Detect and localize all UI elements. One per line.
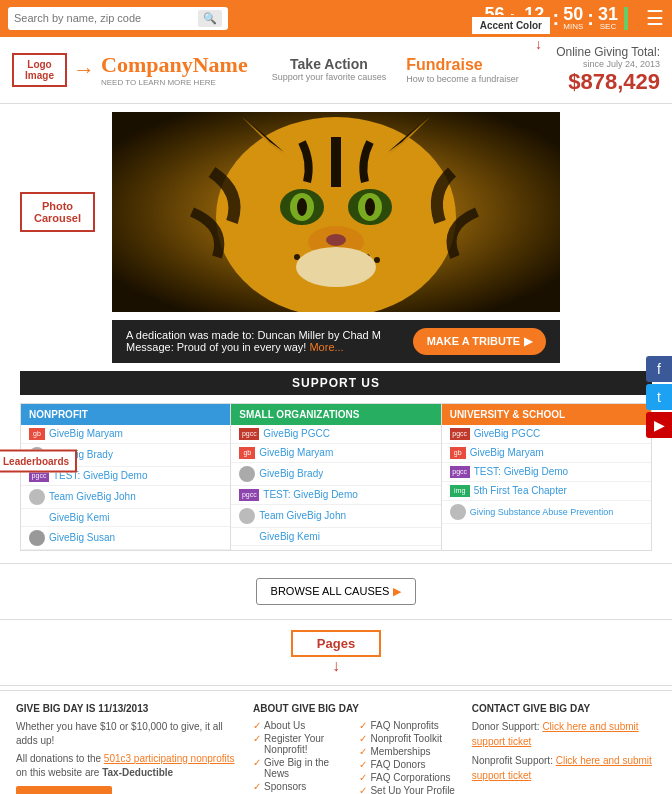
- lb-avatar: [239, 508, 255, 524]
- lb-link[interactable]: Giving Substance Abuse Prevention: [470, 507, 614, 517]
- list-item: GiveBig Kemi: [21, 509, 230, 527]
- leaderboard-columns: NONPROFIT gb GiveBig Maryam GiveBig Brad…: [20, 403, 652, 551]
- tribute-button[interactable]: MAKE A TRIBUTE ▶: [413, 328, 546, 355]
- lb-badge: img: [450, 485, 470, 497]
- lb-col-university: UNIVERSITY & SCHOOL pgcc GiveBig PGCC gb…: [442, 404, 651, 550]
- lb-link[interactable]: GiveBig Susan: [49, 532, 115, 543]
- about-link[interactable]: Sponsors: [264, 781, 306, 792]
- lb-badge: pgcc: [450, 428, 470, 440]
- company-sub: NEED TO LEARN MORE HERE: [101, 78, 248, 87]
- svg-point-11: [294, 254, 300, 260]
- about-link[interactable]: About Us: [264, 720, 305, 731]
- logo-arrow: →: [73, 57, 95, 83]
- faq-link[interactable]: FAQ Donors: [370, 759, 425, 770]
- lb-badge: gb: [450, 447, 466, 459]
- lb-badge: pgcc: [239, 489, 259, 501]
- dedication-more-link[interactable]: More...: [309, 341, 343, 353]
- company-name-block: CompanyName NEED TO LEARN MORE HERE: [101, 52, 248, 87]
- search-input[interactable]: [14, 12, 198, 24]
- faq-link[interactable]: Set Up Your Profile: [370, 785, 455, 794]
- faq-link[interactable]: Memberships: [370, 746, 430, 757]
- lb-avatar: [29, 489, 45, 505]
- lb-link[interactable]: GiveBig Maryam: [470, 447, 544, 458]
- youtube-button[interactable]: ▶: [646, 412, 672, 438]
- divider2: [0, 619, 672, 620]
- take-action-nav[interactable]: Take Action Support your favorite causes: [272, 56, 387, 84]
- lb-avatar: [29, 530, 45, 546]
- list-item: gb GiveBig Maryam: [231, 444, 440, 463]
- list-item: pgcc TEST: GiveBig Demo: [231, 486, 440, 505]
- lb-link[interactable]: GiveBig Brady: [259, 468, 323, 479]
- divider: [0, 563, 672, 564]
- lb-link[interactable]: TEST: GiveBig Demo: [474, 466, 568, 477]
- lb-link[interactable]: GiveBig Maryam: [259, 447, 333, 458]
- company-name: CompanyName: [101, 52, 248, 77]
- menu-icon[interactable]: ☰: [646, 6, 664, 30]
- about-link[interactable]: Register Your Nonprofit!: [264, 733, 349, 755]
- lb-header-university: UNIVERSITY & SCHOOL: [442, 404, 651, 425]
- search-button[interactable]: 🔍: [198, 10, 222, 27]
- nonprofit-support-link[interactable]: Click here and submit support ticket: [472, 755, 652, 781]
- lb-header-nonprofit: NONPROFIT: [21, 404, 230, 425]
- list-item: Team GiveBig John: [21, 486, 230, 509]
- list-item: pgcc GiveBig PGCC: [231, 425, 440, 444]
- divider3: [0, 685, 672, 686]
- lb-badge: gb: [29, 428, 45, 440]
- donate-button[interactable]: DONATE: [16, 786, 112, 794]
- header: 🔍 56 DAYS : 12 HOURS : 50 MINS : 31 SEC: [0, 0, 672, 37]
- lb-avatar: [450, 504, 466, 520]
- list-item: pgcc GiveBig PGCC: [442, 425, 651, 444]
- giving-total: Online Giving Total: since July 24, 2013…: [556, 45, 660, 95]
- carousel-container: [112, 112, 560, 312]
- dedication-bar: A dedication was made to: Duncan Miller …: [112, 320, 560, 363]
- faq-link[interactable]: FAQ Nonprofits: [370, 720, 438, 731]
- lb-badge: gb: [239, 447, 255, 459]
- support-section: Leaderboards SUPPORT US NONPROFIT gb Giv…: [0, 363, 672, 559]
- carousel-image[interactable]: [112, 112, 560, 312]
- lb-link[interactable]: GiveBig PGCC: [474, 428, 541, 439]
- lb-link[interactable]: 5th First Tea Chapter: [474, 485, 567, 496]
- accent-annotation: Accent Color ↓: [470, 15, 552, 52]
- logo-box: Logo Image: [12, 53, 67, 87]
- svg-point-14: [374, 257, 380, 263]
- lb-col-nonprofit: NONPROFIT gb GiveBig Maryam GiveBig Brad…: [21, 404, 231, 550]
- carousel-label: Photo Carousel: [20, 192, 95, 232]
- donor-support-link[interactable]: Click here and submit support ticket: [472, 721, 639, 747]
- lb-link[interactable]: Team GiveBig John: [259, 510, 346, 521]
- list-item: Team GiveBig John: [231, 505, 440, 528]
- fundraise-nav[interactable]: Fundraise How to become a fundraiser: [406, 56, 519, 84]
- list-item: GiveBig Susan: [21, 527, 230, 550]
- faq-link[interactable]: Nonprofit Toolkit: [370, 733, 442, 744]
- browse-causes-button[interactable]: BROWSE ALL CAUSES ▶: [256, 578, 417, 605]
- tiger-svg: [112, 112, 560, 312]
- nav-links: Take Action Support your favorite causes…: [272, 56, 519, 84]
- lb-link[interactable]: TEST: GiveBig Demo: [263, 489, 357, 500]
- support-us-bar: SUPPORT US: [20, 371, 652, 395]
- list-item: GiveBig Kemi: [231, 528, 440, 546]
- lb-avatar: [239, 466, 255, 482]
- lb-link[interactable]: GiveBig Kemi: [239, 531, 320, 542]
- lb-link[interactable]: GiveBig Maryam: [49, 428, 123, 439]
- browse-section: BROWSE ALL CAUSES ▶: [0, 568, 672, 615]
- svg-point-10: [326, 234, 346, 246]
- countdown-sec: 31 SEC: [598, 5, 618, 32]
- facebook-button[interactable]: f: [646, 356, 672, 382]
- twitter-button[interactable]: t: [646, 384, 672, 410]
- nonprofits-link[interactable]: 501c3 participating nonprofits: [104, 753, 235, 764]
- list-item: pgcc TEST: GiveBig Demo: [442, 463, 651, 482]
- pages-annotation: Pages ↓: [0, 624, 672, 681]
- main-content: Photo Carousel: [0, 104, 672, 794]
- list-item: GiveBig Brady: [231, 463, 440, 486]
- faq-link[interactable]: FAQ Corporations: [370, 772, 450, 783]
- footer: GIVE BIG DAY IS 11/13/2013 Whether you h…: [0, 690, 672, 794]
- about-link[interactable]: Give Big in the News: [264, 757, 349, 779]
- lb-link[interactable]: GiveBig Kemi: [29, 512, 110, 523]
- search-bar[interactable]: 🔍: [8, 7, 228, 30]
- lb-link[interactable]: GiveBig PGCC: [263, 428, 330, 439]
- svg-point-8: [365, 198, 375, 216]
- lb-badge: pgcc: [239, 428, 259, 440]
- pages-box: Pages: [291, 630, 381, 657]
- lb-link[interactable]: Team GiveBig John: [49, 491, 136, 502]
- leaderboards-label: Leaderboards: [0, 449, 77, 472]
- list-item: gb GiveBig Maryam: [442, 444, 651, 463]
